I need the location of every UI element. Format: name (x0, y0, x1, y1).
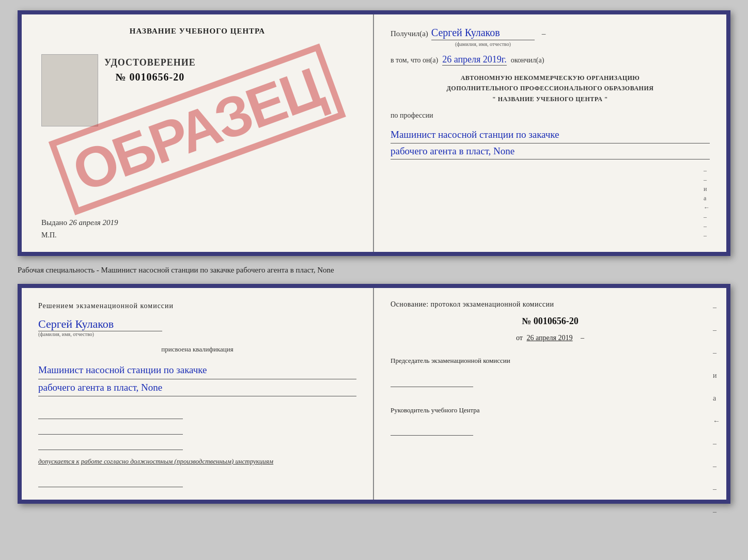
profession-block: Машинист насосной станции по закачке раб… (391, 127, 710, 159)
right-dashes-bottom: – – – и а ← – – – – (713, 303, 720, 516)
completion-date: 26 апреля 2019г. (442, 54, 507, 66)
udostoverenie-title: УДОСТОВЕРЕНИЕ (104, 57, 196, 68)
dopuskaetsya-block: допускается к работе согласно должностны… (38, 456, 356, 467)
fio-hint-top: (фамилия, имя, отчество) (431, 41, 535, 47)
resheniye-title: Решением экзаменационной комиссии (38, 300, 356, 311)
qual-line1: Машинист насосной станции по закачке (38, 362, 356, 379)
vydano-date: 26 апреля 2019 (69, 218, 118, 227)
poluchil-line: Получил(а) Сергей Кулаков (фамилия, имя,… (391, 27, 710, 47)
cert-bottom-right: Основание: протокол экзаменационной коми… (374, 288, 726, 499)
udostoverenie-num: № 0010656-20 (104, 71, 196, 83)
ot-date: 26 апреля 2019 (526, 334, 572, 342)
vtom-line: в том, что он(а) 26 апреля 2019г. окончи… (391, 54, 710, 66)
avt-line1: АВТОНОМНУЮ НЕКОММЕРЧЕСКУЮ ОРГАНИЗАЦИЮ (391, 73, 710, 83)
qual-block: Машинист насосной станции по закачке раб… (38, 362, 356, 396)
prisvoena-text: присвоена квалификация (38, 345, 356, 354)
avt-line2: ДОПОЛНИТЕЛЬНОГО ПРОФЕССИОНАЛЬНОГО ОБРАЗО… (391, 83, 710, 93)
caption-text: Рабочая специальность - Машинист насосно… (18, 266, 334, 274)
right-dashes-top: – – и а ← – – – (704, 167, 710, 239)
mp-label: М.П. (41, 231, 57, 239)
name-block-bottom: Сергей Кулаков (фамилия, имя, отчество) (38, 317, 356, 337)
fio-hint-bottom: (фамилия, имя, отчество) (38, 331, 356, 337)
poluchil-label: Получил(а) (391, 29, 428, 38)
udostoverenie-block: УДОСТОВЕРЕНИЕ № 0010656-20 (104, 57, 196, 132)
dopuskaetsya-prefix: допускается к (38, 457, 80, 465)
predsedatel-block: Председатель экзаменационной комиссии (391, 356, 710, 391)
vydano-line: Выдано 26 апреля 2019 (41, 218, 118, 227)
photo-placeholder (41, 54, 98, 126)
cert-top-left: НАЗВАНИЕ УЧЕБНОГО ЦЕНТРА ОБРАЗЕЦ УДОСТОВ… (22, 14, 374, 252)
cert-bottom-left: Решением экзаменационной комиссии Сергей… (22, 288, 374, 499)
protocol-num: № 0010656-20 (391, 316, 710, 327)
certificate-top: НАЗВАНИЕ УЧЕБНОГО ЦЕНТРА ОБРАЗЕЦ УДОСТОВ… (18, 10, 730, 256)
predsedatel-sign-line (391, 376, 473, 387)
underlines-block (38, 408, 356, 450)
avt-line3: " НАЗВАНИЕ УЧЕБНОГО ЦЕНТРА " (391, 94, 710, 104)
recipient-name: Сергей Кулаков (431, 27, 535, 40)
rukovoditel-text: Руководитель учебного Центра (391, 405, 710, 416)
ot-line: от 26 апреля 2019 – (391, 334, 710, 342)
qual-line2: рабочего агента в пласт, None (38, 379, 356, 396)
caption: Рабочая специальность - Машинист насосно… (18, 264, 730, 276)
certificate-bottom: Решением экзаменационной комиссии Сергей… (18, 284, 730, 503)
okonchil-label: окончил(а) (511, 56, 544, 65)
profession-line1: Машинист насосной станции по закачке (391, 127, 710, 143)
rukovoditel-sign-line (391, 424, 473, 436)
dopuskaetsya-text: работе согласно должностным (производств… (81, 457, 273, 465)
predsedatel-text: Председатель экзаменационной комиссии (391, 356, 710, 366)
avt-block: АВТОНОМНУЮ НЕКОММЕРЧЕСКУЮ ОРГАНИЗАЦИЮ ДО… (391, 73, 710, 104)
rukovoditel-block: Руководитель учебного Центра (391, 405, 710, 439)
osnovanie-title: Основание: протокол экзаменационной коми… (391, 300, 710, 309)
dash1: – (542, 29, 546, 38)
name-handwritten-bottom: Сергей Кулаков (38, 317, 162, 331)
school-name-top: НАЗВАНИЕ УЧЕБНОГО ЦЕНТРА (130, 27, 265, 36)
ot-label: от (516, 334, 523, 342)
cert-top-right: Получил(а) Сергей Кулаков (фамилия, имя,… (374, 14, 726, 252)
profession-line2: рабочего агента в пласт, None (391, 143, 710, 159)
po-professii-label: по профессии (391, 111, 710, 120)
vydano-label: Выдано (41, 218, 67, 227)
vtom-label: в том, что он(а) (391, 56, 438, 65)
